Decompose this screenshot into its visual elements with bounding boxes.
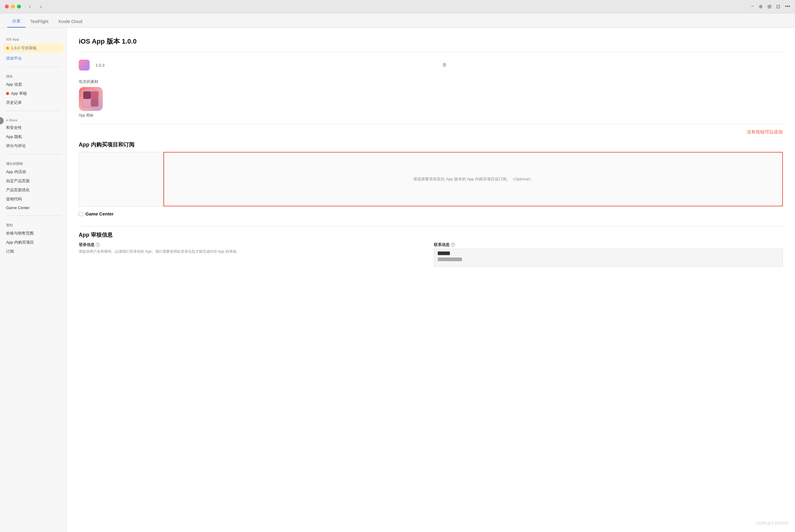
build-version: 1.0.3	[96, 63, 436, 68]
svg-rect-2	[91, 91, 98, 99]
error-dot	[6, 92, 9, 95]
sidebar-section-ios-app: iOS App	[0, 34, 66, 42]
iap-label: App 内购买项目	[6, 240, 34, 245]
iap-right-panel: 请选择要添加至此 App 版本的 App 内购买项目或订阅。（Optional）	[164, 152, 783, 206]
sidebar-add-platform[interactable]: 添加平台	[0, 54, 66, 63]
contact-info-box	[434, 249, 783, 267]
contact-info-block: 联系信息 ?	[434, 242, 783, 267]
title-bar: ‹ › − ⊕ ⊞ ⊡ •••	[0, 0, 795, 13]
subscriptions-label: 订阅	[6, 249, 14, 254]
login-info-label: 登录信息 ?	[79, 242, 428, 248]
maximize-button[interactable]	[17, 4, 21, 8]
forward-button[interactable]: ›	[37, 3, 45, 10]
sidebar-item-app-review[interactable]: App 审核	[0, 89, 66, 98]
toolbar-icons: − ⊕ ⊞ ⊡ •••	[751, 4, 790, 10]
login-info-block: 登录信息 ? 请提供用户名和密码，以便我们登录你的 App。我们需要使用此登录信…	[79, 242, 428, 267]
login-info-desc: 请提供用户名和密码，以便我们登录你的 App。我们需要使用此登录信息才能完成对你…	[79, 249, 428, 254]
iap-section-heading: App 内购买项目和订阅	[79, 141, 783, 148]
app-icon-label: App 图标	[79, 113, 94, 118]
iap-layout: 请选择要添加至此 App 版本的 App 内购买项目或订阅。（Optional）	[79, 152, 783, 206]
back-button[interactable]: ‹	[26, 3, 34, 10]
app-icon-container: App 图标	[79, 87, 783, 118]
app-info-label: App 信息	[6, 82, 22, 87]
divider-4	[6, 215, 60, 216]
build-icon	[79, 60, 90, 71]
divider-3	[6, 154, 60, 154]
svg-rect-1	[83, 91, 91, 99]
sidebar-item-ratings[interactable]: 评分与评论	[0, 141, 66, 150]
sidebar-item-custom-product-pages[interactable]: 自定产品页面	[0, 176, 66, 186]
sidebar-item-history[interactable]: 历史记录	[0, 98, 66, 107]
sidebar: iOS App 1.0.0 可供审核 添加平台 综合 App 信息 App 审核…	[0, 28, 67, 532]
tab-testflight[interactable]: TestFlight	[25, 16, 53, 27]
app-icon-svg	[82, 90, 100, 108]
sidebar-section-general: 综合	[0, 71, 66, 80]
minimize-button[interactable]	[11, 4, 15, 8]
sidebar-section-growth: 增长和营销	[0, 158, 66, 167]
custom-product-pages-label: 自定产品页面	[6, 178, 30, 184]
sidebar-item-in-app-events[interactable]: App 内活动	[0, 167, 66, 176]
game-center-sidebar-label: Game Center	[6, 206, 30, 210]
sidebar-item-safety[interactable]: 和安全性	[0, 123, 66, 132]
sidebar-appstore-section: ‹ n Store 和安全性 App 隐私 评分与评论	[0, 115, 66, 150]
build-row: 1.0.3 否	[79, 57, 783, 73]
zoom-in-icon[interactable]: ⊕	[759, 4, 763, 10]
nav-buttons: ‹ ›	[26, 3, 45, 10]
review-grid: 登录信息 ? 请提供用户名和密码，以便我们登录你的 App。我们需要使用此登录信…	[79, 242, 783, 267]
divider-review	[79, 226, 783, 226]
product-page-opt-label: 产品页面优化	[6, 187, 30, 193]
game-center-checkbox[interactable]	[79, 212, 83, 216]
app-window: ‹ › − ⊕ ⊞ ⊡ ••• 分发 TestFlight Xcode Clou…	[0, 0, 795, 532]
traffic-lights	[5, 4, 21, 8]
review-section-title: App 审核信息	[79, 231, 783, 239]
iap-placeholder-text: 请选择要添加至此 App 版本的 App 内购买项目或订阅。（Optional）	[413, 176, 533, 182]
sidebar-item-subscriptions[interactable]: 订阅	[0, 247, 66, 256]
divider-iap-top	[79, 124, 783, 125]
app-review-label: App 审核	[11, 91, 27, 96]
build-status: 否	[442, 62, 783, 68]
sidebar-item-app-info[interactable]: App 信息	[0, 80, 66, 89]
contact-info-help-icon[interactable]: ?	[451, 243, 455, 247]
iap-note: 没有按钮可以添加	[79, 129, 783, 135]
privacy-label: App 隐私	[6, 134, 22, 139]
ratings-label: 评分与评论	[6, 143, 26, 149]
contact-placeholder-bar-1	[438, 251, 450, 255]
grid-icon[interactable]: ⊞	[768, 4, 771, 10]
sidebar-section-monetization: 营利	[0, 220, 66, 229]
sidebar-item-pricing[interactable]: 价格与销售范围	[0, 229, 66, 238]
sidebar-item-product-page-opt[interactable]: 产品页面优化	[0, 186, 66, 195]
divider-2	[6, 111, 60, 111]
tab-xcode-cloud[interactable]: Xcode Cloud	[53, 16, 87, 27]
contact-placeholder-bar-2	[438, 258, 462, 261]
version-dot	[6, 46, 9, 50]
main-layout: iOS App 1.0.0 可供审核 添加平台 综合 App 信息 App 审核…	[0, 28, 795, 532]
version-label: 1.0.0 可供审核	[11, 45, 37, 51]
sidebar-item-game-center[interactable]: Game Center	[0, 204, 66, 212]
divider-1	[6, 66, 60, 67]
content-area: iOS App 版本 1.0.0 1.0.3 否 包含的素材	[67, 28, 795, 532]
close-button[interactable]	[5, 4, 9, 8]
tab-bar: 分发 TestFlight Xcode Cloud	[0, 13, 795, 28]
safety-label: 和安全性	[6, 125, 22, 130]
sidebar-version-item[interactable]: 1.0.0 可供审核	[3, 43, 63, 53]
pricing-label: 价格与销售范围	[6, 231, 34, 236]
zoom-out-icon[interactable]: −	[751, 4, 754, 10]
game-center-label: Game Center	[86, 211, 113, 216]
game-center-row: Game Center	[79, 206, 783, 221]
login-info-help-icon[interactable]: ?	[96, 243, 100, 247]
promo-codes-label: 促销代码	[6, 196, 22, 202]
svg-rect-4	[91, 99, 98, 107]
sidebar-item-promo-codes[interactable]: 促销代码	[0, 195, 66, 204]
sidebar-item-iap[interactable]: App 内购买项目	[0, 238, 66, 247]
more-icon[interactable]: •••	[785, 4, 790, 10]
svg-rect-3	[83, 99, 91, 107]
in-app-events-label: App 内活动	[6, 169, 26, 175]
app-icon	[79, 87, 103, 111]
iap-left-panel	[79, 152, 164, 206]
contact-info-label: 联系信息 ?	[434, 242, 783, 248]
page-title: iOS App 版本 1.0.0	[79, 37, 783, 46]
split-icon[interactable]: ⊡	[776, 4, 780, 10]
tab-distribute[interactable]: 分发	[7, 15, 25, 27]
sidebar-item-privacy[interactable]: App 隐私	[0, 132, 66, 141]
divider-top	[79, 52, 783, 52]
